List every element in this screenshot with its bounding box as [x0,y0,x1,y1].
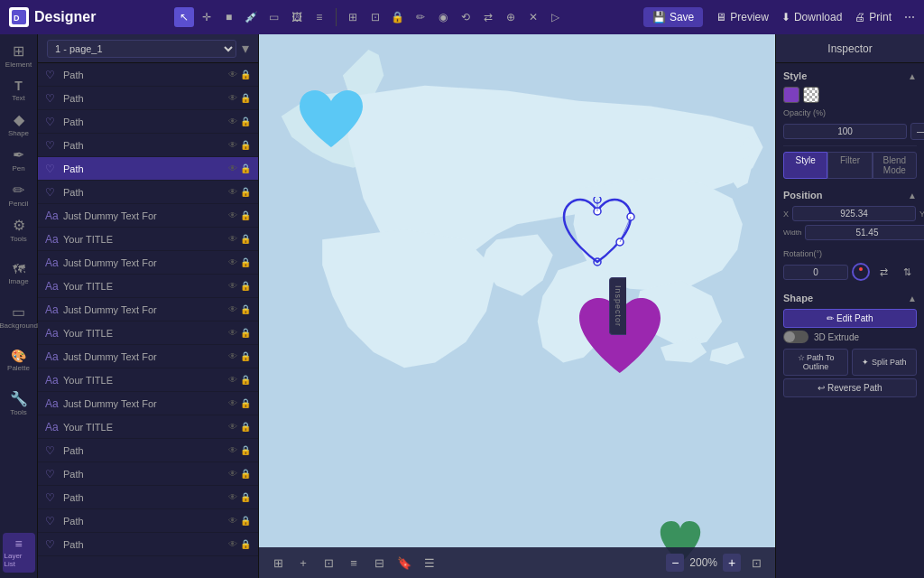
layer-visibility-icon[interactable]: 👁 [228,304,237,314]
tool-layerlist[interactable]: ≡ Layer List [3,533,35,573]
opacity-checker[interactable] [803,87,819,103]
position-chevron-icon[interactable]: ▲ [908,191,917,200]
tool-background[interactable]: ▭ Background [3,301,35,334]
layer-item[interactable]: Aa Just Dummy Text For 👁 🔒 [38,251,258,275]
copy-btn[interactable]: ⊡ [319,553,338,573]
layer-lock-icon[interactable]: 🔒 [240,398,251,408]
shape-chevron-icon[interactable]: ▲ [908,294,917,303]
flip-v-btn[interactable]: ⇅ [897,262,917,282]
layer-item[interactable]: Aa Your TITLE 👁 🔒 [38,275,258,298]
layer-item[interactable]: Aa Just Dummy Text For 👁 🔒 [38,298,258,322]
align-btn[interactable]: ⊟ [369,553,389,573]
flip-h-btn[interactable]: ⇄ [873,262,893,282]
heart-selected[interactable] [557,197,638,273]
layer-lock-icon[interactable]: 🔒 [240,516,251,526]
grid-toggle[interactable]: ⊞ [268,553,288,573]
layer-visibility-icon[interactable]: 👁 [228,93,237,103]
delete-tool[interactable]: ✕ [523,7,543,27]
layer-visibility-icon[interactable]: 👁 [228,351,237,361]
layer-lock-icon[interactable]: 🔒 [240,328,251,338]
transform-tool[interactable]: ⟲ [456,7,476,27]
bookmark-btn[interactable]: 🔖 [394,553,414,573]
layer-item[interactable]: Aa Your TITLE 👁 🔒 [38,368,258,392]
layer-lock-icon[interactable]: 🔒 [240,187,251,197]
layer-visibility-icon[interactable]: 👁 [228,70,237,79]
layer-visibility-icon[interactable]: 👁 [228,375,237,385]
layer-lock-icon[interactable]: 🔒 [240,210,251,220]
download-button[interactable]: ⬇ Download [781,11,842,23]
layer-visibility-icon[interactable]: 👁 [228,257,237,267]
preview-button[interactable]: 🖥 Preview [716,11,769,23]
layer-visibility-icon[interactable]: 👁 [228,163,237,173]
layer-item[interactable]: ♡ Path 👁 🔒 [38,439,258,462]
layer-item[interactable]: Aa Your TITLE 👁 🔒 [38,322,258,345]
layer-item[interactable]: Aa Just Dummy Text For 👁 🔒 [38,345,258,368]
zoom-in-button[interactable]: + [723,554,741,572]
layer-lock-icon[interactable]: 🔒 [240,351,251,361]
layer-tool[interactable]: ⊞ [343,7,363,27]
layer-visibility-icon[interactable]: 👁 [228,328,237,338]
layer-item[interactable]: ♡ Path 👁 🔒 [38,63,258,87]
edit-path-button[interactable]: ✏ Edit Path [783,309,917,328]
canvas-area[interactable]: Inspector ⊞ + ⊡ ≡ ⊟ 🔖 ☰ − 200% + ⊡ [259,34,775,578]
tool-text[interactable]: T Text [3,75,35,107]
path-tool[interactable]: ✏ [411,7,430,27]
layer-visibility-icon[interactable]: 👁 [228,117,237,126]
tool-pencil[interactable]: ✏ Pencil [3,179,35,212]
layer-visibility-icon[interactable]: 👁 [228,516,237,526]
rotation-input[interactable] [783,265,848,280]
group-tool[interactable]: ⊡ [365,7,385,27]
layer-item[interactable]: ♡ Path 👁 🔒 [38,110,258,134]
layer-lock-icon[interactable]: 🔒 [240,257,251,267]
tool-element[interactable]: ⊞ Element [3,40,35,73]
arrange-tool[interactable]: ▷ [546,7,566,27]
fill-color-swatch[interactable] [783,87,799,103]
blendmode-tab[interactable]: Blend Mode [873,152,917,179]
node-tool[interactable]: ◉ [433,7,453,27]
x-input[interactable] [792,206,916,221]
mirror-tool[interactable]: ⇄ [478,7,498,27]
layer-visibility-icon[interactable]: 👁 [228,187,237,197]
rect-tool[interactable]: ▭ [264,7,284,27]
save-button[interactable]: 💾 Save [643,7,703,27]
page-selector[interactable]: 1 - page_1 [47,40,236,58]
tool-palette[interactable]: 🎨 Palette [3,345,35,377]
layer-visibility-icon[interactable]: 👁 [228,469,237,479]
layer-menu-icon[interactable]: ▾ [242,40,249,57]
layer-visibility-icon[interactable]: 👁 [228,281,237,291]
layer-visibility-icon[interactable]: 👁 [228,398,237,408]
more-menu-button[interactable]: ⋯ [904,11,915,23]
tool-image[interactable]: 🗺 Image [3,258,35,290]
layer-item[interactable]: ♡ Path 👁 🔒 [38,509,258,533]
layer-item[interactable]: ♡ Path 👁 🔒 [38,181,258,204]
zoom-out-button[interactable]: − [666,554,684,572]
layer-visibility-icon[interactable]: 👁 [228,140,237,150]
width-input[interactable] [805,225,924,240]
layer-lock-icon[interactable]: 🔒 [240,375,251,385]
layer-item[interactable]: Aa Just Dummy Text For 👁 🔒 [38,204,258,228]
layer-lock-icon[interactable]: 🔒 [240,539,251,549]
layer-item[interactable]: Aa Your TITLE 👁 🔒 [38,415,258,439]
direct-select-tool[interactable]: ✛ [197,7,217,27]
rotation-wheel[interactable] [852,263,870,281]
layer-visibility-icon[interactable]: 👁 [228,422,237,432]
lock-tool[interactable]: 🔒 [388,7,408,27]
eyedrop-tool[interactable]: 💉 [242,7,262,27]
layer-item[interactable]: ♡ Path 👁 🔒 [38,486,258,509]
tool-tools[interactable]: ⚙ Tools [3,214,35,247]
distribute-btn[interactable]: ≡ [344,553,364,573]
layer-lock-icon[interactable]: 🔒 [240,117,251,126]
layer-item[interactable]: Aa Your TITLE 👁 🔒 [38,228,258,251]
layer-lock-icon[interactable]: 🔒 [240,93,251,103]
layer-item[interactable]: ♡ Path 👁 🔒 [38,533,258,556]
layer-visibility-icon[interactable]: 👁 [228,210,237,220]
more-tools[interactable]: ≡ [310,7,329,27]
style-chevron-icon[interactable]: ▲ [908,71,917,81]
print-button[interactable]: 🖨 Print [855,11,892,23]
tool-tools2[interactable]: 🔧 Tools [3,387,35,421]
layer-lock-icon[interactable]: 🔒 [240,234,251,244]
layout-btn[interactable]: ☰ [420,553,439,573]
layer-lock-icon[interactable]: 🔒 [240,469,251,479]
layer-item[interactable]: ♡ Path 👁 🔒 [38,462,258,486]
opacity-input[interactable] [783,124,907,139]
